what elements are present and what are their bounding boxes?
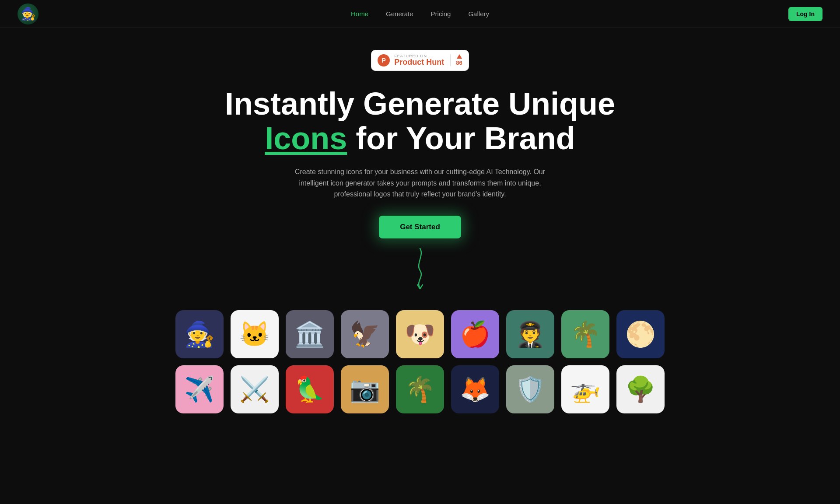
hero-heading-part1: Instantly Generate Unique: [225, 86, 615, 121]
icon-card-palm2[interactable]: 🌴: [396, 365, 444, 413]
ph-score-block: 86: [450, 54, 462, 66]
icon-card-wizard[interactable]: 🧙: [175, 310, 224, 358]
icon-card-fox[interactable]: 🦊: [451, 365, 499, 413]
icon-row-2: ✈️ ⚔️ 🦜 📷 🌴 🦊 🛡️ 🚁 🌳: [175, 365, 665, 413]
icon-row-1: 🧙 🐱 🏛️ 🦅 🐶 🍎 🧑‍✈️ 🌴 🌕: [175, 310, 665, 358]
icon-grid: 🧙 🐱 🏛️ 🦅 🐶 🍎 🧑‍✈️ 🌴 🌕 ✈️ ⚔️ 🦜 📷 🌴 🦊 🛡️ 🚁…: [9, 306, 831, 431]
ph-text: FEATURED ON Product Hunt: [394, 54, 444, 67]
ph-logo-icon: P: [378, 54, 390, 66]
navbar: 🧙 Home Generate Pricing Gallery Log In: [0, 0, 840, 28]
icon-card-tree[interactable]: 🌳: [616, 365, 665, 413]
icon-card-pilot[interactable]: 🧑‍✈️: [506, 310, 554, 358]
hero-section: P FEATURED ON Product Hunt 86 Instantly …: [0, 28, 840, 440]
login-button[interactable]: Log In: [788, 7, 822, 21]
logo-icon: 🧙: [21, 7, 36, 21]
hero-heading-part2: for Your Brand: [347, 121, 575, 156]
logo[interactable]: 🧙: [18, 4, 38, 24]
get-started-button[interactable]: Get Started: [379, 216, 461, 238]
icon-card-moon[interactable]: 🌕: [616, 310, 665, 358]
icon-card-bird[interactable]: 🦅: [341, 310, 389, 358]
icon-card-cat[interactable]: 🐱: [231, 310, 279, 358]
icon-card-palm[interactable]: 🌴: [561, 310, 609, 358]
icon-card-sword[interactable]: ⚔️: [231, 365, 279, 413]
ph-score-number: 86: [456, 60, 462, 66]
ph-upvote-icon: [457, 54, 462, 59]
arrow-doodle: [411, 246, 429, 292]
nav-links: Home Generate Pricing Gallery: [351, 10, 489, 18]
nav-link-generate[interactable]: Generate: [386, 10, 413, 18]
icon-card-plane[interactable]: ✈️: [175, 365, 224, 413]
icon-card-parrot[interactable]: 🦜: [286, 365, 334, 413]
icon-card-helicopter[interactable]: 🚁: [561, 365, 609, 413]
icon-card-shield[interactable]: 🛡️: [506, 365, 554, 413]
hero-heading: Instantly Generate Unique Icons for Your…: [223, 87, 617, 156]
nav-link-home[interactable]: Home: [351, 10, 368, 18]
nav-link-gallery[interactable]: Gallery: [468, 10, 489, 18]
product-hunt-badge[interactable]: P FEATURED ON Product Hunt 86: [371, 50, 469, 71]
hero-subtext: Create stunning icons for your business …: [280, 166, 560, 200]
icon-card-camera[interactable]: 📷: [341, 365, 389, 413]
icon-card-bank[interactable]: 🏛️: [286, 310, 334, 358]
hero-heading-highlight: Icons: [265, 121, 347, 156]
icon-card-apple[interactable]: 🍎: [451, 310, 499, 358]
nav-link-pricing[interactable]: Pricing: [431, 10, 451, 18]
icon-card-dog[interactable]: 🐶: [396, 310, 444, 358]
ph-product-name: Product Hunt: [394, 58, 444, 67]
